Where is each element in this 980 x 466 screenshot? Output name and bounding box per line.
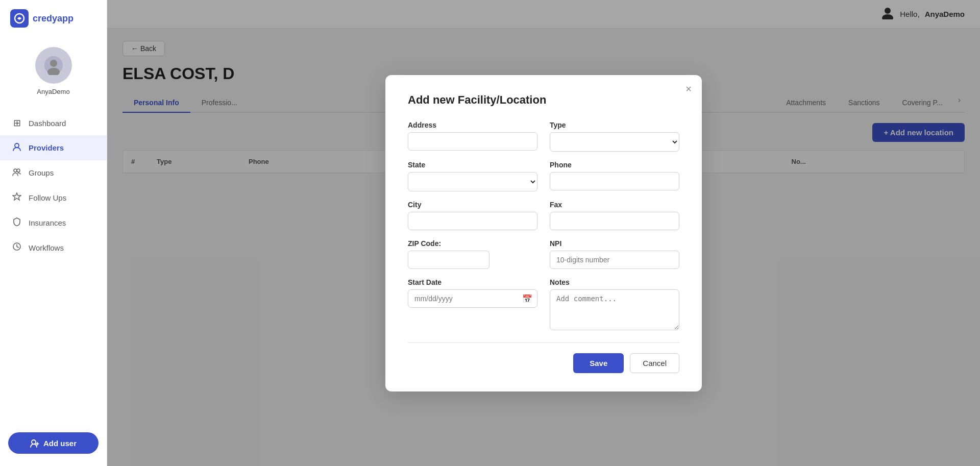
modal-title: Add new Facility/Location bbox=[408, 93, 679, 107]
logo-text: credyapp bbox=[33, 13, 74, 24]
form-grid: Address Type State bbox=[408, 121, 679, 330]
phone-label: Phone bbox=[550, 161, 679, 169]
sidebar-item-dashboard[interactable]: ⊞ Dashboard bbox=[0, 111, 107, 135]
avatar-name: AnyaDemo bbox=[37, 88, 69, 95]
avatar-section: AnyaDemo bbox=[0, 37, 107, 106]
city-input[interactable] bbox=[408, 212, 537, 230]
modal-divider bbox=[408, 342, 679, 343]
start-date-input[interactable] bbox=[408, 289, 537, 308]
notes-label: Notes bbox=[550, 278, 679, 286]
logo: credyapp bbox=[0, 0, 107, 37]
npi-group: NPI bbox=[550, 239, 679, 269]
main-content: Hello, AnyaDemo ← Back ELSA COST, D Pers… bbox=[107, 0, 980, 466]
add-user-label: Add user bbox=[43, 439, 77, 448]
svg-marker-7 bbox=[13, 193, 21, 200]
cancel-button[interactable]: Cancel bbox=[630, 353, 679, 373]
sidebar-item-groups[interactable]: Groups bbox=[0, 160, 107, 185]
svg-point-2 bbox=[50, 60, 57, 67]
notes-textarea[interactable] bbox=[550, 289, 679, 330]
providers-icon bbox=[11, 142, 22, 154]
fax-label: Fax bbox=[550, 201, 679, 209]
dashboard-icon: ⊞ bbox=[11, 117, 22, 129]
avatar bbox=[35, 47, 72, 84]
svg-point-9 bbox=[32, 440, 36, 444]
sidebar: credyapp AnyaDemo ⊞ Dashboard bbox=[0, 0, 107, 466]
modal-actions: Save Cancel bbox=[408, 353, 679, 373]
svg-point-6 bbox=[17, 169, 20, 172]
type-select[interactable] bbox=[550, 132, 679, 152]
modal: × Add new Facility/Location Address Type bbox=[385, 75, 702, 391]
sidebar-item-label: Workflows bbox=[29, 243, 64, 252]
sidebar-nav: ⊞ Dashboard Providers bbox=[0, 106, 107, 424]
date-wrapper: 📅 bbox=[408, 289, 537, 308]
city-label: City bbox=[408, 201, 537, 209]
phone-group: Phone bbox=[550, 161, 679, 191]
groups-icon bbox=[11, 167, 22, 179]
type-group: Type bbox=[550, 121, 679, 152]
state-group: State bbox=[408, 161, 537, 191]
start-date-label: Start Date bbox=[408, 278, 537, 286]
follow-ups-icon bbox=[11, 192, 22, 204]
state-select[interactable] bbox=[408, 172, 537, 191]
type-label: Type bbox=[550, 121, 679, 129]
phone-input[interactable] bbox=[550, 172, 679, 190]
save-button[interactable]: Save bbox=[573, 353, 624, 373]
sidebar-item-label: Follow Ups bbox=[29, 193, 66, 202]
address-label: Address bbox=[408, 121, 537, 129]
modal-close-button[interactable]: × bbox=[685, 83, 692, 95]
add-user-button[interactable]: Add user bbox=[8, 432, 99, 454]
zip-input[interactable] bbox=[408, 251, 489, 269]
workflows-icon bbox=[11, 242, 22, 254]
notes-group: Notes bbox=[550, 278, 679, 330]
svg-point-5 bbox=[14, 169, 17, 172]
modal-overlay: × Add new Facility/Location Address Type bbox=[107, 0, 980, 466]
sidebar-item-label: Insurances bbox=[29, 218, 66, 227]
svg-point-4 bbox=[15, 143, 19, 148]
zip-label: ZIP Code: bbox=[408, 239, 537, 248]
npi-label: NPI bbox=[550, 239, 679, 248]
fax-group: Fax bbox=[550, 201, 679, 230]
state-label: State bbox=[408, 161, 537, 169]
sidebar-item-insurances[interactable]: Insurances bbox=[0, 210, 107, 235]
sidebar-item-workflows[interactable]: Workflows bbox=[0, 235, 107, 260]
sidebar-item-label: Dashboard bbox=[29, 119, 66, 128]
npi-input[interactable] bbox=[550, 251, 679, 269]
start-date-group: Start Date 📅 bbox=[408, 278, 537, 330]
sidebar-item-follow-ups[interactable]: Follow Ups bbox=[0, 185, 107, 210]
sidebar-item-label: Providers bbox=[29, 143, 64, 152]
insurances-icon bbox=[11, 217, 22, 229]
zip-group: ZIP Code: bbox=[408, 239, 537, 269]
sidebar-item-providers[interactable]: Providers bbox=[0, 135, 107, 160]
address-group: Address bbox=[408, 121, 537, 152]
address-input[interactable] bbox=[408, 132, 537, 151]
sidebar-item-label: Groups bbox=[29, 168, 54, 177]
fax-input[interactable] bbox=[550, 212, 679, 230]
city-group: City bbox=[408, 201, 537, 230]
logo-icon bbox=[10, 9, 29, 28]
